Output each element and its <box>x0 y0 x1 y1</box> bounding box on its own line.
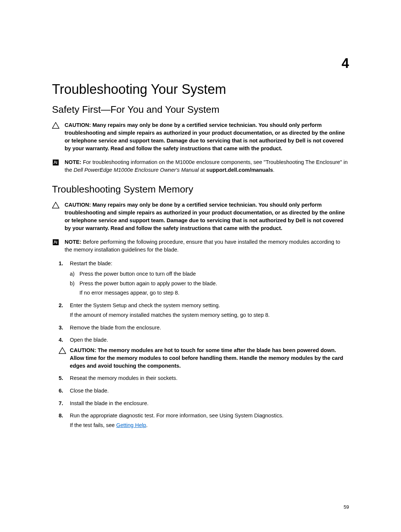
note-text: NOTE: For troubleshooting information on… <box>65 158 349 174</box>
step-7: Install the blade in the enclosure. <box>59 400 349 408</box>
step-5: Reseat the memory modules in their socke… <box>59 374 349 382</box>
step-4: Open the blade. CAUTION: The memory modu… <box>59 336 349 370</box>
step-followup: If the test fails, see Getting Help. <box>70 421 349 430</box>
caution-icon <box>59 347 66 354</box>
chapter-number: 4 <box>342 56 349 71</box>
step-2: Enter the System Setup and check the sys… <box>59 302 349 319</box>
caution-admonition: CAUTION: Many repairs may only be done b… <box>52 121 349 152</box>
step-followup: If the amount of memory installed matche… <box>70 311 349 319</box>
note-icon <box>52 159 59 166</box>
caution-text: CAUTION: The memory modules are hot to t… <box>70 347 349 370</box>
substep-a: Press the power button once to turn off … <box>70 270 349 278</box>
page-content: 4 Troubleshooting Your System Safety Fir… <box>0 0 401 456</box>
section-heading-safety: Safety First—For You and Your System <box>52 104 349 115</box>
getting-help-link[interactable]: Getting Help <box>116 422 146 428</box>
caution-admonition-inline: CAUTION: The memory modules are hot to t… <box>70 347 349 370</box>
note-admonition: NOTE: For troubleshooting information on… <box>52 158 349 174</box>
page-number: 59 <box>344 504 349 510</box>
svg-marker-2 <box>52 202 59 208</box>
note-admonition: NOTE: Before performing the following pr… <box>52 238 349 254</box>
caution-admonition: CAUTION: Many repairs may only be done b… <box>52 201 349 232</box>
svg-marker-4 <box>59 348 66 354</box>
section-heading-memory: Troubleshooting System Memory <box>52 184 349 195</box>
step-6: Close the blade. <box>59 387 349 395</box>
note-text: NOTE: Before performing the following pr… <box>65 238 349 254</box>
note-icon <box>52 239 59 246</box>
steps-list: Restart the blade: Press the power butto… <box>59 260 349 430</box>
step-8: Run the appropriate diagnostic test. For… <box>59 412 349 430</box>
caution-text: CAUTION: Many repairs may only be done b… <box>65 121 349 152</box>
substep-b: Press the power button again to apply po… <box>70 280 349 288</box>
step-3: Remove the blade from the enclosure. <box>59 324 349 332</box>
step-1: Restart the blade: Press the power butto… <box>59 260 349 297</box>
step-followup: If no error messages appear, go to step … <box>70 289 349 297</box>
caution-icon <box>52 202 59 208</box>
caution-text: CAUTION: Many repairs may only be done b… <box>65 201 349 232</box>
caution-icon <box>52 122 59 129</box>
svg-marker-0 <box>52 122 59 128</box>
substeps-list: Press the power button once to turn off … <box>70 270 349 288</box>
page-title: Troubleshooting Your System <box>52 82 349 97</box>
